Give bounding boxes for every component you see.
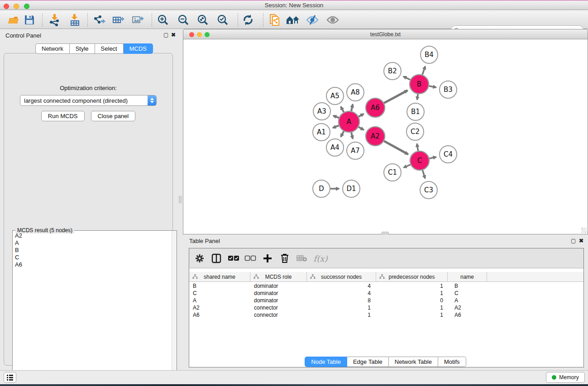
- settings-gear-icon[interactable]: [193, 252, 206, 265]
- import-network-icon[interactable]: [47, 13, 62, 27]
- table-cell[interactable]: A6: [189, 311, 250, 319]
- show-all-icon[interactable]: [325, 13, 340, 27]
- first-neighbors-icon[interactable]: [286, 13, 300, 27]
- table-cell[interactable]: 0: [376, 297, 448, 304]
- result-item[interactable]: A2: [13, 232, 171, 239]
- zoom-fit-icon[interactable]: [196, 13, 210, 27]
- add-column-icon[interactable]: [261, 252, 274, 265]
- graph-edge[interactable]: [417, 94, 418, 100]
- table-cell[interactable]: C: [448, 290, 487, 297]
- table-cell[interactable]: B: [448, 282, 487, 290]
- new-network-from-selection-icon[interactable]: [268, 13, 282, 27]
- table-row[interactable]: Cdominator41C: [189, 290, 583, 297]
- tab-network[interactable]: Network: [35, 43, 70, 54]
- delete-column-icon[interactable]: [278, 252, 292, 265]
- open-file-icon[interactable]: [6, 13, 21, 27]
- table-cell[interactable]: C: [189, 290, 250, 297]
- table-cell[interactable]: 1: [376, 311, 448, 319]
- run-mcds-button[interactable]: Run MCDS: [41, 111, 85, 121]
- table-cell[interactable]: dominator: [250, 297, 307, 304]
- network-canvas[interactable]: B4B2BB3A5A8A6A3B1AC2A1A2A4A7C4CC1C3DD1: [183, 39, 588, 234]
- table-row[interactable]: A6connector11A6: [189, 311, 583, 319]
- table-cell[interactable]: 1: [376, 282, 448, 290]
- table-cell[interactable]: A2: [189, 304, 250, 311]
- graph-edge[interactable]: [359, 127, 364, 130]
- close-network-icon[interactable]: [189, 32, 194, 37]
- table-cell[interactable]: 4: [307, 290, 376, 297]
- deselect-all-icon[interactable]: [244, 252, 257, 265]
- result-item[interactable]: A6: [13, 261, 171, 268]
- column-header-name[interactable]: name: [448, 272, 487, 281]
- table-cell[interactable]: 1: [307, 304, 376, 311]
- tab-motifs[interactable]: Motifs: [438, 357, 466, 367]
- tab-edge-table[interactable]: Edge Table: [347, 357, 389, 367]
- show-column-icon[interactable]: [210, 252, 223, 265]
- minimize-window-icon[interactable]: [14, 4, 19, 9]
- close-panel-icon[interactable]: ✖: [171, 32, 176, 38]
- table-row[interactable]: Bdominator41B: [189, 282, 583, 290]
- graph-edge[interactable]: [429, 86, 436, 87]
- zoom-network-icon[interactable]: [205, 32, 210, 37]
- table-cell[interactable]: connector: [250, 311, 307, 319]
- zoom-in-icon[interactable]: [156, 13, 170, 27]
- vertical-splitter-handle[interactable]: [179, 196, 182, 203]
- graph-edge[interactable]: [403, 76, 410, 80]
- column-header-MCDS-role[interactable]: MCDS role: [250, 272, 307, 281]
- hide-selected-icon[interactable]: [305, 13, 320, 27]
- result-item[interactable]: A: [13, 239, 171, 247]
- graph-edge[interactable]: [422, 67, 425, 75]
- table-cell[interactable]: A: [189, 297, 250, 304]
- tab-select[interactable]: Select: [95, 43, 124, 54]
- result-item[interactable]: B: [13, 247, 171, 254]
- zoom-out-icon[interactable]: [176, 13, 191, 27]
- tab-network-table[interactable]: Network Table: [389, 357, 438, 367]
- graph-edge[interactable]: [351, 104, 353, 111]
- column-header-shared-name[interactable]: shared name: [189, 272, 250, 281]
- table-cell[interactable]: 1: [376, 304, 448, 311]
- resize-grip-icon[interactable]: [581, 228, 587, 233]
- table-cell[interactable]: dominator: [250, 290, 307, 297]
- table-cell[interactable]: A2: [448, 304, 487, 311]
- graph-nodes[interactable]: B4B2BB3A5A8A6A3B1AC2A1A2A4A7C4CC1C3DD1: [313, 46, 457, 199]
- table-cell[interactable]: 8: [307, 297, 376, 304]
- tab-node-table[interactable]: Node Table: [305, 357, 347, 367]
- graph-edge[interactable]: [417, 144, 418, 151]
- graph-edge[interactable]: [429, 157, 436, 158]
- float-panel-icon[interactable]: ▢: [163, 32, 168, 38]
- tab-mcds[interactable]: MCDS: [124, 43, 153, 54]
- result-scrollbar[interactable]: [172, 231, 177, 385]
- graph-edge[interactable]: [333, 116, 339, 118]
- table-cell[interactable]: 4: [307, 282, 376, 290]
- result-item[interactable]: C: [13, 254, 171, 261]
- graph-edge[interactable]: [359, 114, 363, 117]
- graph-edge[interactable]: [341, 131, 344, 137]
- table-cell[interactable]: A6: [448, 311, 487, 319]
- export-table-icon[interactable]: [111, 13, 126, 27]
- export-network-icon[interactable]: [92, 13, 106, 27]
- close-window-icon[interactable]: [4, 4, 9, 9]
- graph-edge[interactable]: [384, 91, 407, 103]
- graph-edge[interactable]: [404, 165, 411, 168]
- tab-style[interactable]: Style: [70, 43, 95, 54]
- graph-edge[interactable]: [333, 125, 339, 128]
- table-cell[interactable]: A: [448, 297, 487, 304]
- mcds-result-list[interactable]: A2ABCA6: [13, 232, 171, 384]
- memory-button[interactable]: Memory: [546, 372, 585, 383]
- graph-edge[interactable]: [341, 107, 344, 112]
- table-cell[interactable]: B: [189, 282, 250, 290]
- float-table-panel-icon[interactable]: ▢: [571, 238, 576, 244]
- network-window-titlebar[interactable]: testGlobe.txt: [183, 29, 588, 39]
- table-cell[interactable]: 1: [376, 290, 448, 297]
- close-panel-button[interactable]: Close panel: [91, 111, 136, 121]
- column-header-predecessor-nodes[interactable]: predecessor nodes: [376, 272, 448, 281]
- save-session-icon[interactable]: [22, 13, 37, 27]
- minimize-network-icon[interactable]: [197, 32, 202, 37]
- task-history-button[interactable]: [4, 372, 16, 383]
- function-builder-icon[interactable]: f(x): [314, 252, 327, 265]
- zoom-window-icon[interactable]: [24, 4, 29, 9]
- import-table-icon[interactable]: [67, 13, 82, 27]
- delete-table-icon[interactable]: [295, 252, 309, 265]
- export-image-icon[interactable]: [131, 13, 145, 27]
- zoom-selected-icon[interactable]: [215, 13, 230, 27]
- table-cell[interactable]: 1: [307, 311, 376, 319]
